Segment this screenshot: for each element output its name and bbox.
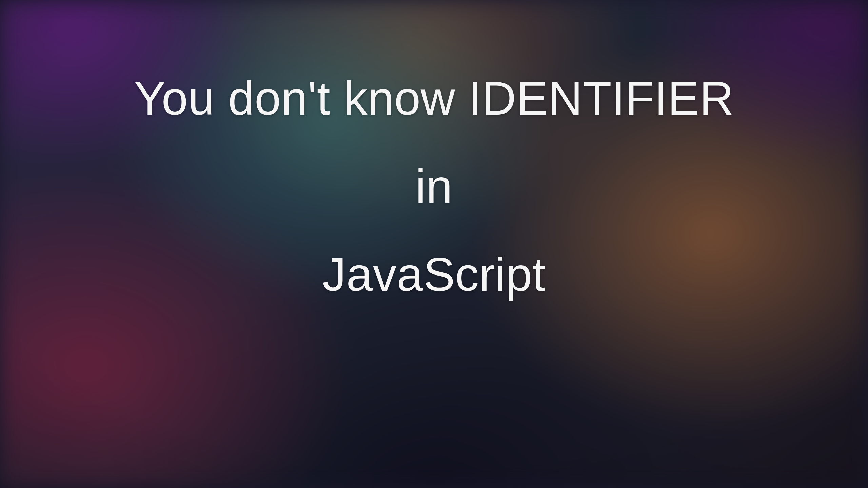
title-line-2: in (415, 163, 453, 210)
title-line-1: You don't know IDENTIFIER (134, 75, 734, 122)
title-line-3: JavaScript (322, 251, 546, 298)
title-container: You don't know IDENTIFIER in JavaScript (0, 0, 868, 488)
